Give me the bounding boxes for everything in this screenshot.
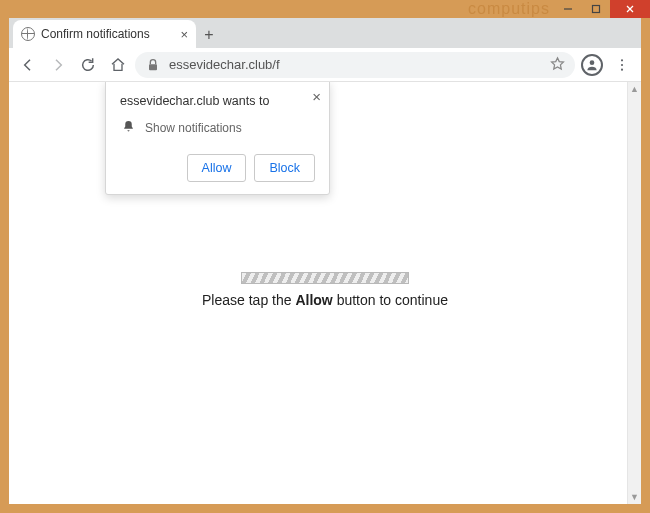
new-tab-button[interactable]: +: [196, 22, 222, 48]
profile-button[interactable]: [579, 52, 605, 78]
bookmark-star-icon[interactable]: [550, 56, 565, 74]
progress-bar: [241, 272, 409, 284]
permission-heading: essevidechar.club wants to: [120, 94, 315, 108]
window-buttons: [554, 0, 650, 18]
maximize-button[interactable]: [582, 0, 610, 18]
svg-point-8: [621, 63, 623, 65]
svg-rect-1: [593, 6, 600, 13]
popup-close-button[interactable]: ×: [312, 88, 321, 105]
browser-toolbar: essevidechar.club/f: [9, 48, 641, 82]
reload-button[interactable]: [75, 52, 101, 78]
svg-point-9: [621, 68, 623, 70]
back-button[interactable]: [15, 52, 41, 78]
block-button[interactable]: Block: [254, 154, 315, 182]
avatar-icon: [581, 54, 603, 76]
forward-button[interactable]: [45, 52, 71, 78]
prompt-post: button to continue: [333, 292, 448, 308]
permission-button-row: Allow Block: [120, 154, 315, 182]
globe-icon: [21, 27, 35, 41]
window-titlebar: computips: [0, 0, 650, 18]
page-content: ▲ ▼ × essevidechar.club wants to Show no…: [9, 82, 641, 504]
watermark-text: computips: [468, 0, 550, 18]
bell-icon: [122, 120, 135, 136]
address-bar[interactable]: essevidechar.club/f: [135, 52, 575, 78]
scroll-down-icon[interactable]: ▼: [628, 490, 641, 504]
svg-point-6: [590, 60, 595, 65]
tab-strip: Confirm notifications × +: [9, 18, 641, 48]
prompt-bold: Allow: [295, 292, 332, 308]
svg-rect-4: [149, 64, 157, 70]
permission-item-label: Show notifications: [145, 121, 242, 135]
close-window-button[interactable]: [610, 0, 650, 18]
permission-popup: × essevidechar.club wants to Show notifi…: [105, 82, 330, 195]
minimize-button[interactable]: [554, 0, 582, 18]
tab-active[interactable]: Confirm notifications ×: [13, 20, 196, 48]
scroll-up-icon[interactable]: ▲: [628, 82, 641, 96]
svg-point-7: [621, 59, 623, 61]
home-button[interactable]: [105, 52, 131, 78]
prompt-pre: Please tap the: [202, 292, 295, 308]
tab-title: Confirm notifications: [41, 27, 174, 41]
page-center-content: Please tap the Allow button to continue: [9, 272, 641, 308]
browser-window: Confirm notifications × + essevidechar.c…: [9, 18, 641, 504]
lock-icon: [145, 57, 161, 73]
prompt-text: Please tap the Allow button to continue: [202, 292, 448, 308]
url-text: essevidechar.club/f: [169, 57, 542, 72]
menu-button[interactable]: [609, 52, 635, 78]
allow-button[interactable]: Allow: [187, 154, 247, 182]
svg-marker-5: [552, 57, 564, 68]
tab-close-button[interactable]: ×: [180, 27, 188, 42]
permission-item: Show notifications: [120, 120, 315, 136]
